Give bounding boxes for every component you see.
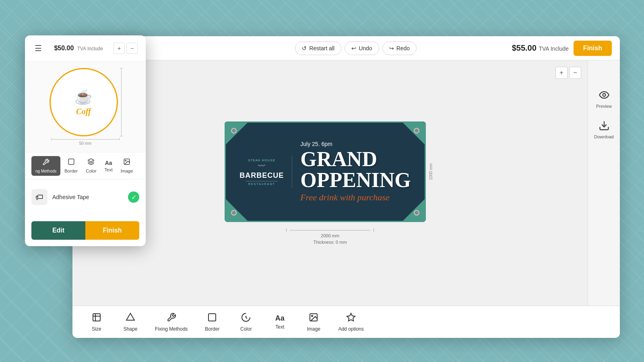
download-action[interactable]: Download	[590, 115, 618, 142]
adhesive-tape-option: 🏷 Adhesive Tape ✓	[31, 186, 139, 208]
tool-border[interactable]: Border	[196, 309, 228, 335]
logo-main: BARBECUE	[239, 171, 284, 180]
sign-preview: STEAK HOUSE 〰 BARBECUE RESTAURANT July 2…	[225, 121, 426, 222]
tool-image[interactable]: Image	[297, 309, 330, 335]
overlay-edit-button[interactable]: Edit	[31, 221, 85, 240]
overlay-tools: ng Methods Border Color Aa Text	[25, 152, 146, 179]
overlay-color-label: Color	[86, 169, 96, 173]
overlay-fixing-label: ng Methods	[35, 169, 56, 173]
overlay-tool-fixing[interactable]: ng Methods	[31, 156, 60, 176]
sign-dimensions: 2000 mm Thickness: 0 mm	[286, 225, 374, 245]
ruler-size-label: 50 mm	[79, 141, 92, 146]
overlay-fixing-icon	[42, 158, 50, 168]
finish-button[interactable]: Finish	[574, 41, 612, 56]
ruler-right: 1000 mm	[426, 121, 436, 222]
preview-label: Preview	[596, 104, 612, 109]
coffee-icon: ☕	[74, 88, 93, 105]
overlay-canvas-area: ☕ Coff 50 mm	[25, 62, 146, 152]
svg-marker-6	[347, 313, 355, 321]
overlay-tool-border[interactable]: Border	[60, 156, 82, 176]
sign-date: July 25. 6pm	[300, 141, 411, 147]
download-label: Download	[594, 134, 614, 139]
top-toolbar: Design ↺ Restart all ↩ Undo ↪ Redo $55.0…	[72, 36, 620, 60]
overlay-image-label: Image	[121, 169, 133, 173]
overlay-tool-color[interactable]: Color	[82, 156, 100, 176]
overlay-header: ☰ $50.00 TVA Include + −	[25, 35, 146, 62]
svg-point-9	[125, 160, 126, 161]
tool-text[interactable]: Aa Text	[264, 311, 296, 333]
preview-icon	[597, 88, 611, 102]
overlay-tool-image[interactable]: Image	[117, 156, 137, 176]
overlay-circle-sign: ☕ Coff	[50, 68, 118, 136]
sign-headline: GRAND OPPENING	[300, 149, 411, 191]
restart-all-button[interactable]: ↺ Restart all	[295, 41, 341, 55]
fixing-methods-icon	[167, 313, 176, 325]
text-icon: Aa	[275, 314, 285, 323]
overlay-image-icon	[123, 158, 130, 167]
adhesive-tape-icon: 🏷	[31, 189, 47, 205]
canvas-area: + −	[72, 60, 588, 306]
svg-rect-2	[93, 314, 100, 321]
sign-container: STEAK HOUSE 〰 BARBECUE RESTAURANT July 2…	[225, 121, 436, 245]
overlay-text-label: Text	[105, 167, 113, 172]
width-label: 2000 mm	[321, 233, 339, 238]
svg-point-0	[603, 94, 605, 97]
undo-icon: ↩	[351, 45, 356, 51]
tool-color[interactable]: Color	[230, 309, 262, 335]
logo-top: STEAK HOUSE	[248, 158, 275, 162]
overlay-footer: Edit Finish	[31, 221, 139, 240]
overlay-menu-button[interactable]: ☰	[33, 42, 43, 55]
sign-content: STEAK HOUSE 〰 BARBECUE RESTAURANT July 2…	[231, 133, 419, 211]
overlay-panel: ☰ $50.00 TVA Include + − ☕ Coff	[25, 35, 146, 246]
overlay-zoom-out-button[interactable]: −	[126, 43, 138, 54]
add-options-icon	[346, 313, 356, 325]
zoom-out-button[interactable]: −	[569, 67, 581, 79]
border-label: Border	[205, 326, 219, 332]
main-editor-window: Design ↺ Restart all ↩ Undo ↪ Redo $55.0…	[72, 36, 620, 338]
border-icon	[207, 313, 217, 325]
size-icon	[92, 313, 101, 325]
overlay-sign-text: Coff	[76, 107, 91, 116]
zoom-in-button[interactable]: +	[555, 67, 568, 79]
sign-tagline: Free drink with purchase	[300, 192, 411, 203]
add-options-label: Add options	[338, 326, 363, 332]
overlay-tool-text[interactable]: Aa Text	[101, 157, 117, 175]
overlay-finish-button[interactable]: Finish	[85, 221, 139, 240]
vertical-ruler	[121, 68, 122, 136]
svg-point-5	[312, 315, 313, 317]
tool-fixing-methods[interactable]: Fixing Methods	[148, 309, 194, 335]
overlay-options: 🏷 Adhesive Tape ✓	[25, 179, 146, 215]
right-sidebar: Preview Download	[588, 60, 620, 306]
zoom-controls: + −	[555, 67, 581, 79]
image-icon	[309, 313, 318, 325]
adhesive-tape-label: Adhesive Tape	[52, 194, 123, 200]
overlay-zoom-in-button[interactable]: +	[114, 43, 125, 54]
size-label: Size	[92, 326, 101, 332]
color-label: Color	[240, 326, 252, 332]
text-label: Text	[275, 324, 284, 330]
tool-add-options[interactable]: Add options	[331, 309, 370, 335]
preview-action[interactable]: Preview	[590, 84, 618, 112]
svg-rect-7	[68, 159, 74, 165]
tool-size[interactable]: Size	[80, 309, 113, 335]
overlay-zoom-controls: + −	[114, 43, 138, 54]
overlay-text-icon: Aa	[105, 160, 112, 166]
redo-button[interactable]: ↪ Redo	[382, 41, 417, 55]
steam-icon: 〰	[258, 162, 265, 171]
toolbar-controls: ↺ Restart all ↩ Undo ↪ Redo	[295, 41, 417, 55]
overlay-border-label: Border	[64, 169, 78, 173]
tool-shape[interactable]: Shape	[114, 309, 147, 335]
shape-icon	[126, 313, 135, 325]
sign-text-area: July 25. 6pm GRAND OPPENING Free drink w…	[300, 141, 411, 203]
fixing-methods-label: Fixing Methods	[155, 326, 188, 332]
sign-logo: STEAK HOUSE 〰 BARBECUE RESTAURANT	[239, 158, 284, 185]
overlay-price: $50.00 TVA Include	[54, 45, 103, 52]
price-display: $55.00 TVA Include	[512, 43, 569, 53]
redo-icon: ↪	[389, 45, 394, 51]
svg-rect-3	[208, 314, 216, 321]
logo-sub: RESTAURANT	[248, 183, 275, 185]
undo-button[interactable]: ↩ Undo	[345, 41, 379, 55]
restart-icon: ↺	[302, 45, 307, 51]
shape-label: Shape	[124, 326, 138, 332]
image-label: Image	[307, 326, 320, 332]
